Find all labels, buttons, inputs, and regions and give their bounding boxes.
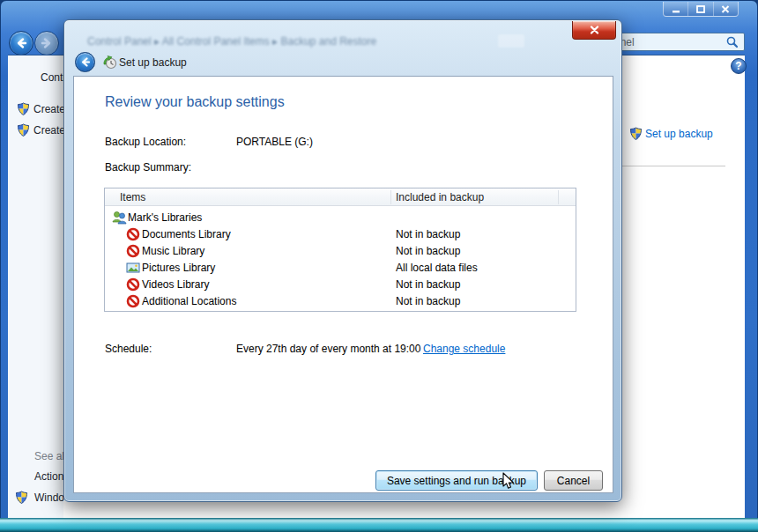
blocked-icon [126,244,140,258]
schedule-value: Every 27th day of every month at 19:00 [236,343,420,355]
column-separator [558,190,559,204]
item-label: Pictures Library [142,262,215,274]
item-label: Music Library [142,245,204,257]
back-arrow-icon [15,37,27,49]
back-button[interactable] [9,31,33,55]
search-icon [725,35,739,52]
set-up-backup-dialog: Control Panel ▸ All Control Panel Items … [63,19,622,502]
close-icon [721,5,730,13]
minimize-button[interactable] [664,2,688,16]
dialog-back-button[interactable] [75,52,95,72]
backup-location-value: PORTABLE (G:) [236,136,313,148]
close-button[interactable] [714,2,738,16]
item-label: Videos Library [142,278,210,291]
forward-arrow-icon [41,37,53,49]
address-bar-buttons-blurred [498,34,524,48]
set-up-backup-link[interactable]: Set up backup [645,128,713,140]
sidebar-item-create-image[interactable]: Create [33,103,65,115]
blocked-icon [126,294,140,308]
caption-buttons [663,2,739,17]
help-button[interactable]: ? [731,58,747,74]
backup-summary-label: Backup Summary: [105,161,191,174]
dialog-title: Set up backup [119,56,187,69]
item-status: Not in backup [396,245,460,257]
search-input[interactable]: anel [608,33,745,51]
table-header: Items Included in backup [105,188,576,206]
backup-items-table: Items Included in backup Mark's Librarie… [104,188,576,312]
table-row[interactable]: Documents Library Not in backup [105,226,576,243]
backup-location-label: Backup Location: [105,136,186,148]
change-schedule-link[interactable]: Change schedule [423,343,505,355]
uac-shield-icon [17,102,30,116]
cancel-button[interactable]: Cancel [544,470,603,491]
users-icon [112,211,127,225]
forward-button[interactable] [34,31,59,55]
sidebar-item-action-center[interactable]: Action [34,470,63,483]
column-separator [390,190,391,204]
address-bar-blurred: Control Panel ▸ All Control Panel Items … [87,35,568,48]
dialog-close-button[interactable] [572,21,616,40]
column-header-included[interactable]: Included in backup [396,191,484,203]
uac-shield-icon [17,123,30,137]
item-label: Mark's Libraries [128,211,202,224]
blocked-icon [126,277,140,292]
see-also-header: See al [34,450,64,462]
item-status: Not in backup [396,295,460,307]
item-status: Not in backup [396,278,460,291]
item-label: Documents Library [142,228,231,240]
sidebar-item-control-panel-home[interactable]: Contr [41,71,66,84]
uac-shield-icon [15,491,28,505]
table-row[interactable]: Pictures Library All local data files [105,260,576,277]
set-up-backup-app-icon [101,55,117,70]
item-status: Not in backup [396,228,460,240]
column-header-items[interactable]: Items [120,191,145,203]
minimize-icon [672,5,680,13]
blocked-icon [126,227,140,241]
close-icon [590,26,599,34]
table-row[interactable]: Music Library Not in backup [105,243,576,260]
back-arrow-icon [79,56,91,68]
sidebar-item-windows-easy-transfer[interactable]: Windo [34,491,64,504]
dialog-content: Review your backup settings Backup Locat… [73,76,613,493]
maximize-icon [696,5,705,13]
uac-shield-icon [629,127,643,141]
mouse-cursor-icon [502,472,516,491]
item-status: All local data files [396,262,478,274]
page-title: Review your backup settings [105,94,285,110]
schedule-label: Schedule: [105,343,152,355]
sidebar-item-create-disc[interactable]: Create [33,124,65,137]
maximize-button[interactable] [688,2,713,16]
table-row[interactable]: Mark's Libraries [105,210,576,226]
item-label: Additional Locations [142,295,236,307]
window-bottom-edge [0,518,758,532]
pictures-icon [126,261,140,275]
table-row[interactable]: Additional Locations Not in backup [105,293,576,310]
help-icon: ? [735,60,741,72]
table-row[interactable]: Videos Library Not in backup [105,277,576,293]
